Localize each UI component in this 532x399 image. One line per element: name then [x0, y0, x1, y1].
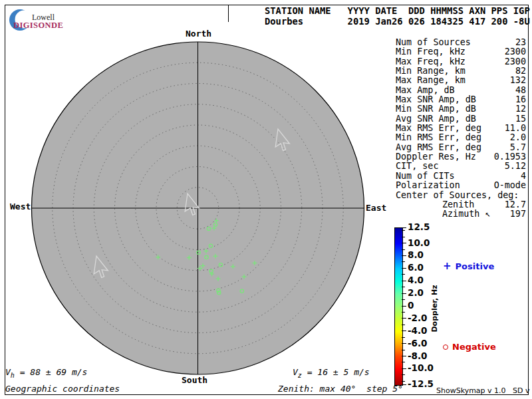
colorbar-major-tick	[402, 368, 406, 369]
colorbar-major-tick	[402, 293, 406, 294]
colorbar-minor-tick	[402, 274, 405, 275]
parameter-row: Zenith12.7	[396, 200, 526, 209]
colorbar-minor-tick	[402, 350, 405, 350]
parameter-value: O-mode	[494, 181, 526, 190]
vertical-velocity-readout: Vz = 16 ± 5 m/s	[293, 367, 370, 379]
parameter-row: Doppler Res, Hz0.1953	[396, 152, 526, 162]
parameter-value: 82	[515, 66, 526, 76]
version-label: ShowSkymap v 1.0 SD v 5.1	[436, 386, 532, 395]
parameter-label: Max Amp, dB	[396, 86, 455, 95]
parameter-label: Min SNR Amp, dB	[396, 104, 476, 114]
colorbar-major-tick	[402, 306, 406, 307]
colorbar-minor-tick	[402, 374, 405, 375]
colorbar-tick-label: 8.0	[408, 250, 424, 260]
negative-legend-label: Negative	[452, 342, 496, 352]
colorbar-tick-label: -2.0	[408, 313, 428, 323]
parameter-row: Azimuth ↖197	[396, 209, 526, 219]
parameter-value: 12	[515, 104, 526, 114]
positive-legend-label: Positive	[456, 261, 495, 271]
colorbar-tick-label: 6.0	[408, 263, 424, 273]
parameter-label: Center of Sources, deg:	[396, 191, 519, 200]
parameter-row: CIT, sec5.12	[396, 162, 526, 171]
positive-marker-icon: +	[443, 262, 452, 271]
coordinate-system-label: Geographic coordinates	[5, 384, 120, 394]
parameter-value: 197	[510, 209, 526, 219]
parameter-label: Max Freq, kHz	[396, 57, 466, 66]
colorbar-major-tick	[402, 356, 406, 356]
compass-east-label: East	[366, 203, 386, 213]
parameter-row: Max Range, km132	[396, 76, 526, 85]
parameter-row: Min RMS Err, deg2.0	[396, 133, 526, 142]
parameter-label: Avg RMS Err, deg	[396, 143, 481, 152]
colorbar-minor-tick	[402, 337, 405, 338]
parameter-label: Avg SNR Amp, dB	[396, 114, 476, 124]
parameter-row: Min Freq, kHz2300	[396, 47, 526, 57]
parameter-value: 132	[510, 76, 526, 85]
parameter-value: 5.12	[505, 162, 526, 171]
parameter-value: 15	[515, 114, 526, 124]
parameters-panel: Num of Sources23Min Freq, kHz2300Max Fre…	[396, 38, 526, 219]
colorbar-tick-label: 0	[408, 301, 414, 311]
colorbar-major-tick	[402, 343, 406, 344]
parameter-value: 2300	[505, 47, 526, 57]
colorbar-tick-label: 4.0	[408, 275, 424, 285]
parameter-row: Max Freq, kHz2300	[396, 57, 526, 66]
parameter-value: 0.1953	[494, 152, 526, 162]
colorbar-minor-tick	[402, 381, 405, 382]
parameter-label: Max Range, km	[396, 76, 466, 85]
compass-north-label: North	[186, 29, 211, 39]
parameter-row: Num of CITs4	[396, 172, 526, 181]
colorbar-major-tick	[402, 227, 406, 228]
parameter-row: Max SNR Amp, dB16	[396, 95, 526, 104]
parameter-value: 2.0	[510, 133, 526, 142]
parameter-row: PolarizationO-mode	[396, 181, 526, 190]
colorbar-tick-label: -12.5	[408, 379, 434, 389]
parameter-value: 11.0	[505, 124, 526, 133]
colorbar-tick-label: 10.0	[408, 238, 430, 248]
parameter-label: Min RMS Err, deg	[396, 133, 481, 142]
parameter-label: Doppler Res, Hz	[396, 152, 476, 162]
colorbar-tick-label: 12.5	[408, 222, 430, 232]
colorbar-axis-label: Doppler, Hz	[430, 285, 439, 332]
colorbar-tick-label: -10.0	[408, 363, 434, 373]
parameter-label: CIT, sec	[396, 162, 439, 171]
parameter-row: Center of Sources, deg:	[396, 191, 526, 200]
positive-legend: + Positive	[443, 261, 494, 271]
colorbar-major-tick	[402, 281, 406, 281]
negative-marker-icon	[443, 344, 448, 350]
zenith-grid-info: Zenith: max 40° step 5°	[278, 384, 403, 394]
parameter-row: Num of Sources23	[396, 38, 526, 47]
colorbar-minor-tick	[402, 261, 405, 262]
colorbar-major-tick	[402, 255, 406, 256]
compass-west-label: West	[10, 201, 31, 211]
parameter-value: 2300	[505, 57, 526, 66]
colorbar-minor-tick	[402, 249, 405, 250]
colorbar-minor-tick	[402, 362, 405, 362]
colorbar-major-tick	[402, 243, 406, 243]
negative-legend: Negative	[443, 342, 496, 352]
parameter-label: Polarization	[396, 181, 460, 190]
parameter-label: Min Freq, kHz	[396, 47, 466, 57]
parameter-label: Num of Sources	[396, 38, 471, 47]
colorbar-minor-tick	[402, 312, 405, 313]
colorbar-major-tick	[402, 331, 406, 331]
parameter-row: Min SNR Amp, dB12	[396, 104, 526, 114]
colorbar-minor-tick	[402, 230, 405, 231]
parameter-value: 12.7	[505, 200, 526, 209]
colorbar-tick-label: 2.0	[408, 288, 424, 298]
parameter-label: Max RMS Err, deg	[396, 124, 481, 133]
parameter-row: Max Amp, dB48	[396, 86, 526, 95]
parameter-label: Zenith	[396, 200, 474, 209]
colorbar-tick-label: -6.0	[408, 338, 428, 348]
parameter-row: Min Range, km82	[396, 66, 526, 76]
parameter-label: Azimuth ↖	[396, 209, 491, 219]
parameter-label: Max SNR Amp, dB	[396, 95, 476, 104]
colorbar-major-tick	[402, 268, 406, 269]
parameter-value: 5.7	[510, 143, 526, 152]
colorbar-minor-tick	[402, 325, 405, 325]
parameter-row: Avg RMS Err, deg5.7	[396, 143, 526, 152]
colorbar-tick-label: -4.0	[408, 326, 428, 336]
parameter-value: 4	[521, 172, 526, 181]
parameter-row: Avg SNR Amp, dB15	[396, 114, 526, 124]
parameter-label: Min Range, km	[396, 66, 466, 76]
